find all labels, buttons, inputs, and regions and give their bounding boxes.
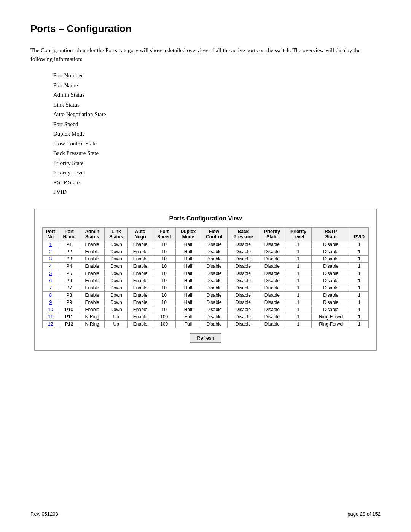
duplex-cell: Half (175, 241, 201, 248)
pri_level-cell: 1 (285, 277, 311, 284)
duplex-cell: Full (175, 321, 201, 328)
column-header: PriorityState (259, 227, 285, 241)
table-row: 10P10EnableDownEnable10HalfDisableDisabl… (43, 306, 369, 313)
port-number-cell[interactable]: 3 (43, 256, 59, 263)
pri_state-cell: Disable (259, 256, 285, 263)
speed-cell: 10 (153, 241, 175, 248)
pvid-cell: 1 (350, 263, 369, 270)
port-number-cell[interactable]: 5 (43, 270, 59, 277)
pri_level-cell: 1 (285, 270, 311, 277)
speed-cell: 10 (153, 248, 175, 256)
rstp-cell: Ring-Forwd (312, 313, 350, 321)
back-cell: Disable (228, 263, 259, 270)
auto-cell: Enable (128, 284, 153, 292)
link-cell: Down (105, 241, 128, 248)
port-number-cell[interactable]: 1 (43, 241, 59, 248)
info-list-item: Port Speed (53, 120, 381, 129)
admin-cell: Enable (80, 299, 104, 306)
auto-cell: Enable (128, 299, 153, 306)
port-number-cell[interactable]: 4 (43, 263, 59, 270)
port-number-cell[interactable]: 12 (43, 321, 59, 328)
footer-left: Rev. 051208 (30, 511, 58, 517)
table-container: Ports Configuration View PortNoPortNameA… (34, 209, 377, 351)
info-list-item: Port Name (53, 81, 381, 91)
table-row: 2P2EnableDownEnable10HalfDisableDisableD… (43, 248, 369, 256)
rstp-cell: Disable (312, 263, 350, 270)
pvid-cell: 1 (350, 256, 369, 263)
back-cell: Disable (228, 313, 259, 321)
pri_state-cell: Disable (259, 292, 285, 299)
port-number-cell[interactable]: 6 (43, 277, 59, 284)
flow-cell: Disable (201, 284, 227, 292)
footer-right: page 28 of 152 (347, 511, 381, 517)
speed-cell: 100 (153, 321, 175, 328)
back-cell: Disable (228, 248, 259, 256)
port-number-cell[interactable]: 9 (43, 299, 59, 306)
flow-cell: Disable (201, 299, 227, 306)
name-cell: P3 (59, 256, 80, 263)
link-cell: Down (105, 292, 128, 299)
table-row: 8P8EnableDownEnable10HalfDisableDisableD… (43, 292, 369, 299)
flow-cell: Disable (201, 292, 227, 299)
pri_state-cell: Disable (259, 270, 285, 277)
admin-cell: Enable (80, 241, 104, 248)
rstp-cell: Disable (312, 306, 350, 313)
pri_level-cell: 1 (285, 248, 311, 256)
port-number-cell[interactable]: 8 (43, 292, 59, 299)
back-cell: Disable (228, 321, 259, 328)
flow-cell: Disable (201, 270, 227, 277)
column-header: PortName (59, 227, 80, 241)
duplex-cell: Half (175, 248, 201, 256)
info-list-item: Priority Level (53, 168, 381, 178)
admin-cell: Enable (80, 270, 104, 277)
column-header: AutoNego (128, 227, 153, 241)
info-list: Port NumberPort NameAdmin StatusLink Sta… (53, 71, 381, 197)
pri_level-cell: 1 (285, 256, 311, 263)
column-header: DuplexMode (175, 227, 201, 241)
pri_state-cell: Disable (259, 277, 285, 284)
name-cell: P2 (59, 248, 80, 256)
admin-cell: N-Ring (80, 321, 104, 328)
flow-cell: Disable (201, 321, 227, 328)
back-cell: Disable (228, 256, 259, 263)
info-list-item: Link Status (53, 100, 381, 110)
rstp-cell: Disable (312, 299, 350, 306)
name-cell: P5 (59, 270, 80, 277)
pri_state-cell: Disable (259, 241, 285, 248)
duplex-cell: Half (175, 284, 201, 292)
column-header: PortSpeed (153, 227, 175, 241)
port-number-cell[interactable]: 7 (43, 284, 59, 292)
speed-cell: 10 (153, 299, 175, 306)
pri_state-cell: Disable (259, 248, 285, 256)
back-cell: Disable (228, 299, 259, 306)
link-cell: Up (105, 313, 128, 321)
name-cell: P1 (59, 241, 80, 248)
pvid-cell: 1 (350, 321, 369, 328)
pvid-cell: 1 (350, 277, 369, 284)
column-header: PriorityLevel (285, 227, 311, 241)
info-list-item: Port Number (53, 71, 381, 81)
pvid-cell: 1 (350, 270, 369, 277)
pvid-cell: 1 (350, 284, 369, 292)
name-cell: P8 (59, 292, 80, 299)
flow-cell: Disable (201, 306, 227, 313)
link-cell: Down (105, 299, 128, 306)
info-list-item: Back Pressure State (53, 149, 381, 158)
pri_level-cell: 1 (285, 313, 311, 321)
refresh-button[interactable]: Refresh (190, 333, 221, 343)
ports-table: PortNoPortNameAdminStatusLinkStatusAutoN… (42, 227, 369, 328)
port-number-cell[interactable]: 10 (43, 306, 59, 313)
name-cell: P4 (59, 263, 80, 270)
duplex-cell: Half (175, 277, 201, 284)
flow-cell: Disable (201, 256, 227, 263)
flow-cell: Disable (201, 241, 227, 248)
port-number-cell[interactable]: 11 (43, 313, 59, 321)
auto-cell: Enable (128, 263, 153, 270)
pri_state-cell: Disable (259, 306, 285, 313)
name-cell: P12 (59, 321, 80, 328)
admin-cell: Enable (80, 284, 104, 292)
port-number-cell[interactable]: 2 (43, 248, 59, 256)
auto-cell: Enable (128, 277, 153, 284)
auto-cell: Enable (128, 241, 153, 248)
rstp-cell: Disable (312, 277, 350, 284)
